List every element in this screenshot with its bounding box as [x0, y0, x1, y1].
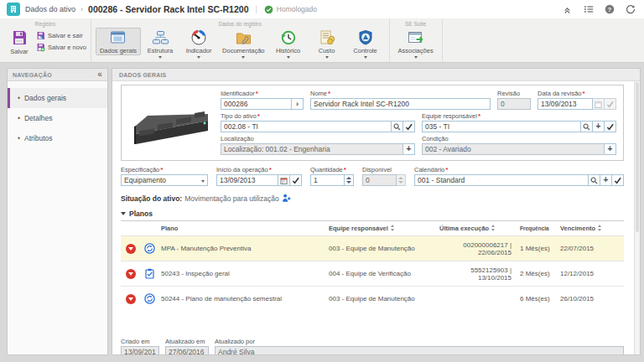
save-exit-button[interactable]: Salvar e sair — [36, 30, 86, 40]
especificacao-select[interactable]: Equipamento — [121, 174, 208, 186]
plan-last-execution: 5552125903 | 13/10/2015 — [439, 266, 520, 282]
step-down-icon — [398, 181, 403, 184]
navigation-panel: NAVEGAÇÃO « Dados gerais Detalhes Atribu… — [7, 68, 108, 355]
required-icon: * — [256, 90, 258, 97]
quantidade-input[interactable] — [310, 174, 345, 186]
tab-historico[interactable]: Histórico — [269, 28, 308, 59]
dropdown-caret-icon[interactable] — [287, 56, 290, 59]
save-button[interactable]: Salvar — [4, 28, 34, 55]
status-badge: Homologado — [264, 5, 317, 14]
org-chart-icon — [152, 29, 169, 46]
inicio-operacao-label: Início da operação — [216, 166, 268, 173]
general-data-box: Identificador* › Nome* Revisão — [121, 85, 624, 161]
add-icon[interactable]: + — [600, 174, 612, 186]
help-icon[interactable]: ? — [604, 4, 615, 15]
scrollbar[interactable] — [634, 81, 640, 354]
data-revisao-label: Data da revisão — [538, 90, 582, 97]
main-panel: DADOS GERAIS Identificador* › No — [112, 68, 641, 355]
list-menu-icon[interactable] — [583, 4, 594, 15]
col-execucao[interactable]: Última execução — [439, 225, 520, 232]
tab-associacoes[interactable]: Associações — [394, 28, 438, 59]
clear-field-icon[interactable] — [403, 121, 415, 132]
equipe-input[interactable] — [422, 121, 581, 132]
tab-documentacao[interactable]: Documentação — [218, 28, 268, 59]
add-icon[interactable]: + — [605, 143, 616, 155]
navigate-record-button[interactable]: › — [292, 98, 304, 110]
search-icon[interactable] — [392, 121, 403, 132]
revisao-label: Revisão — [497, 90, 531, 97]
tab-label: Estrutura — [148, 47, 173, 54]
refresh-icon[interactable] — [625, 4, 636, 15]
col-frequencia[interactable]: Frequência — [520, 225, 560, 231]
gauge-icon — [190, 29, 207, 46]
plan-name[interactable]: MPA - Manutenção Preventiva — [161, 245, 329, 252]
expand-row-icon[interactable] — [126, 294, 136, 304]
expand-row-icon[interactable] — [126, 269, 136, 279]
dropdown-caret-icon[interactable] — [197, 56, 200, 59]
calendar-icon — [593, 98, 605, 110]
dropdown-caret-icon[interactable] — [158, 56, 162, 59]
collapse-panel-icon[interactable]: « — [97, 70, 102, 79]
col-equipe[interactable]: Equipe responsável — [329, 225, 439, 232]
localizacao-label: Localização — [221, 135, 415, 142]
tab-dados-gerais[interactable]: Dados gerais — [96, 28, 141, 55]
sidebar-item-detalhes[interactable]: Detalhes — [8, 108, 107, 128]
asset-situation: Situação do ativo: Movimentação para uti… — [121, 194, 624, 203]
inicio-operacao-input[interactable] — [216, 174, 278, 186]
add-icon[interactable]: + — [593, 121, 605, 132]
plan-name[interactable]: 50244 - Plano de manutenção semestral — [161, 295, 329, 303]
calendar-icon[interactable] — [278, 174, 290, 186]
add-icon[interactable]: + — [403, 143, 415, 155]
group-label: SE Suite — [394, 20, 438, 28]
dropdown-caret-icon[interactable] — [364, 56, 367, 59]
disponivel-stepper — [397, 174, 406, 186]
plan-row[interactable]: 50244 - Plano de manutenção semestral 00… — [121, 286, 624, 311]
identificador-input[interactable] — [221, 98, 292, 110]
collapse-ribbon-icon[interactable] — [562, 4, 573, 15]
dropdown-caret-icon[interactable] — [414, 56, 418, 59]
clear-field-icon[interactable] — [612, 174, 624, 186]
tab-label: Documentação — [222, 47, 264, 54]
dropdown-caret-icon[interactable] — [242, 56, 245, 59]
clear-field-icon[interactable] — [290, 174, 302, 186]
sidebar-item-label: Detalhes — [24, 114, 53, 122]
movement-person-icon[interactable] — [282, 194, 291, 203]
col-plano[interactable]: Plano — [161, 225, 329, 232]
search-icon[interactable] — [589, 174, 600, 186]
tab-custo[interactable]: Custo — [308, 28, 346, 59]
sidebar-item-label: Dados gerais — [24, 94, 66, 102]
expand-row-icon[interactable] — [126, 244, 136, 254]
dropdown-caret-icon[interactable] — [325, 56, 329, 59]
disponivel-label: Disponível — [362, 166, 406, 173]
tab-label: Associações — [398, 47, 434, 54]
plan-frequency: 2 Mês(es) — [520, 270, 560, 277]
tab-label: Dados gerais — [100, 47, 137, 54]
search-icon[interactable] — [581, 121, 593, 132]
plan-team: 003 - Equipe de Manutenção — [329, 295, 439, 303]
tab-controle[interactable]: Controle — [346, 28, 385, 59]
tab-indicador[interactable]: Indicador — [179, 28, 218, 59]
data-revisao-input[interactable] — [538, 98, 593, 110]
situacao-label: Situação do ativo: — [121, 194, 182, 203]
collapse-section-icon — [121, 212, 126, 215]
sort-icon — [598, 225, 602, 231]
breadcrumb[interactable]: Dados do ativo — [25, 5, 75, 13]
plan-row[interactable]: MPA - Manutenção Preventiva 003 - Equipe… — [121, 235, 624, 261]
planos-section-header[interactable]: Planos — [121, 206, 624, 221]
associations-window-icon — [407, 29, 424, 46]
tab-estrutura[interactable]: Estrutura — [141, 28, 179, 59]
sidebar-item-dados-gerais[interactable]: Dados gerais — [8, 88, 107, 108]
calendario-input[interactable] — [414, 174, 589, 186]
plan-row[interactable]: 50243 - Inspeção geral 004 - Equipe de V… — [121, 261, 624, 286]
save-new-button[interactable]: Salvar e novo — [36, 42, 86, 52]
plan-name[interactable]: 50243 - Inspeção geral — [161, 270, 329, 277]
ribbon: Registro Salvar Salvar e sair Salvar e n… — [0, 18, 644, 63]
tipo-ativo-input[interactable] — [221, 121, 392, 132]
sidebar-item-atributos[interactable]: Atributos — [8, 128, 107, 148]
quantidade-stepper[interactable] — [345, 174, 354, 186]
plan-last-execution: 002000006217 | 22/06/2015 — [439, 241, 520, 256]
clear-field-icon[interactable] — [605, 121, 616, 132]
ribbon-group-dados-registro: Dados do registro Dados gerais Estrutura… — [91, 18, 390, 62]
col-vencimento[interactable]: Vencimento — [560, 225, 624, 232]
nome-input[interactable] — [310, 98, 491, 110]
